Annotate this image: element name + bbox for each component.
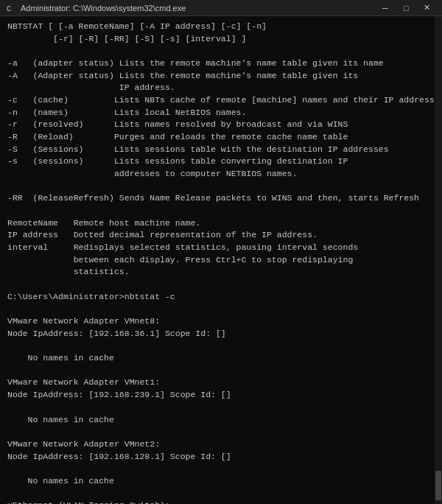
terminal-line: Node IpAddress: [192.168.239.1] Scope Id… [7, 389, 435, 402]
terminal-line: -A (Adapter status) Lists the remote mac… [7, 70, 435, 83]
terminal-line: vEthernet (VLAN Tagging Switch): [7, 500, 435, 504]
terminal-content: NBTSTAT [ [-a RemoteName] [-A IP address… [0, 16, 442, 504]
terminal-line: No names in cache [7, 352, 435, 365]
terminal-line [7, 45, 435, 57]
scrollbar-thumb[interactable] [435, 471, 441, 500]
terminal-line: No names in cache [7, 475, 435, 488]
terminal-line: [-r] [-R] [-RR] [-S] [-s] [interval] ] [7, 33, 435, 46]
terminal-line: -a (adapter status) Lists the remote mac… [7, 57, 435, 70]
terminal-line: IP address. [7, 82, 435, 94]
terminal-line: IP address Dotted decimal representation… [7, 229, 435, 242]
terminal-line: VMware Network Adapter VMnet2: [7, 438, 435, 451]
terminal-line [7, 488, 435, 500]
terminal-line [7, 426, 435, 438]
terminal-line: C:\Users\Administrator>nbtstat -c [7, 291, 435, 304]
minimize-button[interactable]: ─ [376, 1, 395, 15]
terminal-line [7, 402, 435, 414]
terminal-line [7, 181, 435, 193]
terminal-line: Node IpAddress: [192.168.128.1] Scope Id… [7, 451, 435, 463]
terminal-line [7, 303, 435, 315]
terminal-line [7, 463, 435, 475]
terminal-line [7, 279, 435, 291]
terminal-line: -c (cache) Lists NBTs cache of remote [m… [7, 94, 435, 107]
terminal-line [7, 205, 435, 217]
terminal-line: -RR (ReleaseRefresh) Sends Name Release … [7, 192, 435, 205]
window-title: Administrator: C:\Windows\system32\cmd.e… [21, 4, 186, 13]
maximize-button[interactable]: □ [396, 1, 415, 15]
terminal-line: statistics. [7, 266, 435, 279]
close-button[interactable]: ✕ [417, 1, 436, 15]
terminal-line: NBTSTAT [ [-a RemoteName] [-A IP address… [7, 21, 435, 33]
terminal-line: interval Redisplays selected statistics,… [7, 242, 435, 254]
terminal-line [7, 365, 435, 377]
cmd-icon: C [6, 3, 16, 13]
terminal-line: No names in cache [7, 414, 435, 427]
terminal-line: RemoteName Remote host machine name. [7, 217, 435, 230]
terminal-line [7, 340, 435, 352]
terminal-line: -S (Sessions) Lists sessions table with … [7, 144, 435, 156]
terminal-line: Node IpAddress: [192.168.36.1] Scope Id:… [7, 328, 435, 340]
terminal-line: VMware Network Adapter VMnet8: [7, 315, 435, 328]
terminal-line: addresses to computer NETBIOS names. [7, 168, 435, 181]
terminal-line: -n (names) Lists local NetBIOS names. [7, 107, 435, 119]
svg-text:C: C [7, 5, 11, 13]
terminal-line: -R (Reload) Purges and reloads the remot… [7, 131, 435, 144]
scrollbar[interactable] [435, 16, 442, 504]
title-bar: C Administrator: C:\Windows\system32\cmd… [0, 0, 442, 16]
terminal-line: -r (resolved) Lists names resolved by br… [7, 119, 435, 131]
terminal-line: -s (sessions) Lists sessions table conve… [7, 155, 435, 168]
terminal-line: between each display. Press Ctrl+C to st… [7, 254, 435, 267]
terminal-line: VMware Network Adapter VMnet1: [7, 377, 435, 389]
